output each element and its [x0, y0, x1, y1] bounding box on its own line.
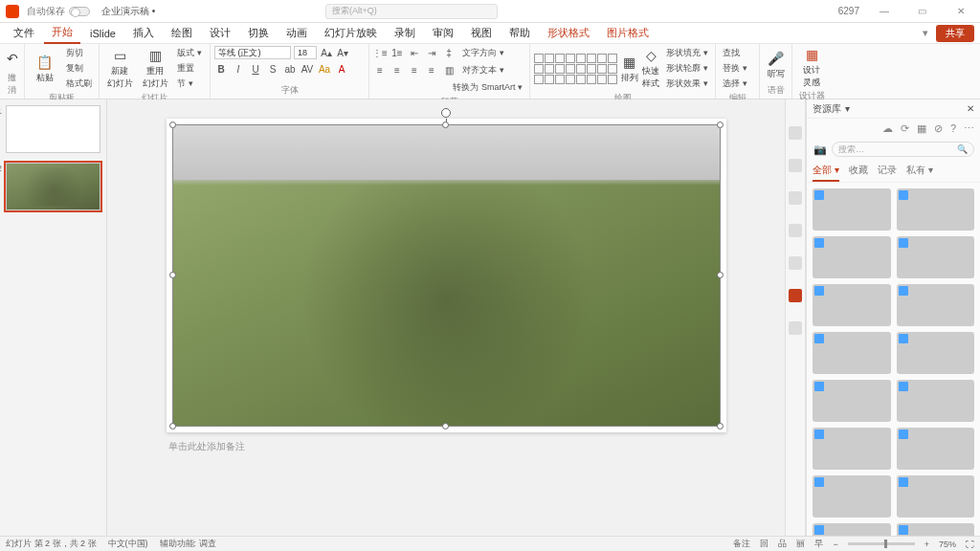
resource-grid[interactable] — [807, 183, 980, 536]
resource-tile[interactable] — [813, 332, 891, 374]
resource-tile[interactable] — [813, 523, 891, 536]
res-tab-history[interactable]: 记录 — [878, 161, 897, 182]
resize-handle-tr[interactable] — [717, 121, 724, 128]
align-text-button[interactable]: 对齐文本 ▾ — [459, 63, 507, 77]
grid-icon[interactable]: ▦ — [917, 122, 926, 135]
tab-slideshow[interactable]: 幻灯片放映 — [317, 23, 385, 43]
status-lang[interactable]: 中文(中国) — [108, 538, 148, 550]
copy-button[interactable]: 复制 — [63, 61, 95, 76]
grow-font-icon[interactable]: A▴ — [320, 46, 333, 59]
sidestrip-icon-3[interactable] — [789, 191, 802, 205]
reuse-slide-button[interactable]: ▥重用 幻灯片 — [139, 47, 171, 90]
zoom-in-icon[interactable]: + — [924, 540, 929, 549]
resize-handle-b[interactable] — [442, 423, 449, 430]
resize-handle-bl[interactable] — [169, 423, 176, 430]
resize-handle-t[interactable] — [442, 121, 449, 128]
user-label[interactable]: 6297 — [838, 6, 859, 16]
align-right-button[interactable]: ≡ — [408, 64, 421, 77]
sidestrip-icon-2[interactable] — [789, 159, 802, 172]
align-left-button[interactable]: ≡ — [373, 64, 387, 77]
tab-home[interactable]: 开始 — [44, 22, 80, 44]
ribbon-collapse-icon[interactable]: ▾ — [923, 27, 928, 39]
tab-shape-format[interactable]: 形状格式 — [540, 23, 597, 43]
tab-record[interactable]: 录制 — [387, 23, 423, 43]
font-size-select[interactable]: 18 — [294, 46, 317, 59]
smartart-button[interactable]: 转换为 SmartArt ▾ — [450, 80, 525, 95]
format-painter-button[interactable]: 格式刷 — [63, 77, 95, 91]
resource-tile[interactable] — [897, 475, 975, 518]
link-icon[interactable]: ⊘ — [934, 122, 943, 135]
view-normal-icon[interactable]: 回 — [760, 538, 768, 550]
document-title[interactable]: 企业演示稿 • — [101, 5, 155, 18]
tab-review[interactable]: 审阅 — [425, 23, 461, 43]
line-spacing-button[interactable]: ‡ — [442, 47, 456, 60]
tab-draw[interactable]: 绘图 — [164, 23, 200, 43]
resource-tile[interactable] — [897, 332, 975, 374]
resize-handle-r[interactable] — [717, 272, 724, 278]
tab-file[interactable]: 文件 — [6, 23, 42, 43]
quick-style-button[interactable]: ◇快速样式 — [642, 47, 661, 90]
more-icon[interactable]: ⋯ — [964, 122, 974, 135]
view-sorter-icon[interactable]: 品 — [778, 538, 787, 550]
shape-outline-button[interactable]: 形状轮廓 ▾ — [663, 61, 711, 76]
align-center-button[interactable]: ≡ — [390, 64, 404, 77]
cut-button[interactable]: 剪切 — [63, 46, 95, 60]
tab-animation[interactable]: 动画 — [278, 23, 315, 43]
section-button[interactable]: 节 ▾ — [174, 77, 205, 91]
arrange-button[interactable]: ▦排列 — [620, 54, 639, 84]
resource-tile[interactable] — [813, 475, 891, 518]
sidestrip-icon-5[interactable] — [789, 256, 802, 270]
indent-dec-button[interactable]: ⇤ — [408, 47, 421, 60]
sidestrip-icon-1[interactable] — [789, 126, 802, 140]
cloud-icon[interactable]: ☁ — [882, 122, 893, 135]
zoom-value[interactable]: 75% — [939, 540, 956, 549]
spacing-button[interactable]: AV — [301, 62, 314, 76]
resource-tile[interactable] — [897, 236, 975, 278]
resource-tile[interactable] — [897, 523, 975, 536]
slide-thumbnail-panel[interactable]: 1 2 — [0, 99, 107, 536]
tab-islide[interactable]: iSlide — [82, 25, 123, 42]
resource-tile[interactable] — [897, 188, 975, 231]
shape-fill-button[interactable]: 形状填充 ▾ — [663, 46, 711, 60]
view-reading-icon[interactable]: 丽 — [796, 538, 805, 550]
sidestrip-icon-4[interactable] — [789, 224, 802, 237]
tab-view[interactable]: 视图 — [463, 23, 500, 43]
resize-handle-tl[interactable] — [169, 121, 176, 128]
shrink-font-icon[interactable]: A▾ — [336, 46, 349, 59]
slide-thumb-1[interactable]: 1 — [6, 105, 100, 153]
tab-picture-format[interactable]: 图片格式 — [599, 23, 657, 43]
panel-close-icon[interactable]: ✕ — [967, 103, 974, 114]
panel-dropdown-icon[interactable]: ▾ — [845, 103, 850, 114]
italic-button[interactable]: I — [232, 62, 245, 76]
resize-handle-br[interactable] — [717, 423, 724, 430]
refresh-icon[interactable]: ⟳ — [901, 122, 909, 135]
select-button[interactable]: 选择 ▾ — [720, 77, 750, 91]
replace-button[interactable]: 替换 ▾ — [720, 61, 750, 76]
font-name-select[interactable]: 等线 (正文) — [214, 46, 291, 59]
undo-button[interactable]: ↶ — [4, 50, 21, 67]
sidestrip-icon-6[interactable] — [789, 289, 802, 302]
camera-icon[interactable]: 📷 — [813, 142, 828, 157]
status-notes-button[interactable]: 备注 — [733, 538, 750, 550]
autosave-toggle[interactable]: 自动保存 — [27, 5, 90, 18]
resource-tile[interactable] — [813, 284, 891, 326]
slide-editor[interactable]: 单击此处添加备注 — [107, 99, 785, 536]
close-button[interactable]: ✕ — [947, 6, 974, 16]
sidestrip-icon-7[interactable] — [789, 321, 802, 335]
designer-button[interactable]: ▦设计 灵感 — [796, 46, 827, 89]
res-tab-private[interactable]: 私有 ▾ — [906, 161, 933, 182]
zoom-slider[interactable] — [848, 542, 915, 545]
status-access[interactable]: 辅助功能: 调查 — [160, 538, 216, 550]
slide-thumb-2[interactable]: 2 — [6, 163, 100, 210]
shadow-button[interactable]: ab — [283, 62, 297, 76]
res-tab-fav[interactable]: 收藏 — [849, 161, 868, 182]
numbering-button[interactable]: 1≡ — [390, 47, 404, 60]
fit-window-icon[interactable]: ⛶ — [966, 540, 974, 549]
share-button[interactable]: 共享 — [936, 25, 974, 42]
layout-button[interactable]: 版式 ▾ — [174, 46, 205, 60]
bold-button[interactable]: B — [214, 62, 228, 76]
paste-button[interactable]: 📋粘贴 — [29, 54, 60, 84]
toggle-icon[interactable] — [69, 7, 90, 16]
resource-tile[interactable] — [813, 428, 891, 470]
help-icon[interactable]: ? — [950, 122, 956, 134]
